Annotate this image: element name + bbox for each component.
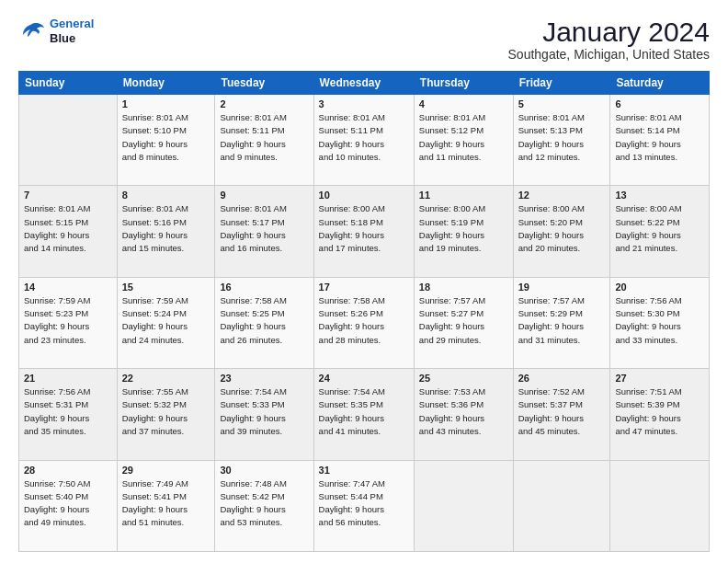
calendar-title: January 2024 [508, 17, 710, 47]
day-info: Sunrise: 8:01 AM Sunset: 5:16 PM Dayligh… [122, 202, 210, 255]
week-row-4: 21Sunrise: 7:56 AM Sunset: 5:31 PM Dayli… [19, 369, 710, 460]
day-info: Sunrise: 7:48 AM Sunset: 5:42 PM Dayligh… [220, 477, 308, 530]
day-info: Sunrise: 7:54 AM Sunset: 5:35 PM Dayligh… [319, 385, 409, 438]
day-number: 4 [419, 98, 508, 109]
day-info: Sunrise: 7:49 AM Sunset: 5:41 PM Dayligh… [122, 477, 210, 530]
day-info: Sunrise: 7:58 AM Sunset: 5:26 PM Dayligh… [319, 294, 409, 347]
calendar-cell: 12Sunrise: 8:00 AM Sunset: 5:20 PM Dayli… [513, 186, 610, 277]
calendar-cell [414, 460, 513, 551]
calendar-cell: 15Sunrise: 7:59 AM Sunset: 5:24 PM Dayli… [117, 277, 215, 368]
calendar-cell: 8Sunrise: 8:01 AM Sunset: 5:16 PM Daylig… [117, 186, 215, 277]
calendar-cell: 5Sunrise: 8:01 AM Sunset: 5:13 PM Daylig… [513, 95, 610, 186]
calendar-subtitle: Southgate, Michigan, United States [508, 47, 710, 62]
calendar-cell: 16Sunrise: 7:58 AM Sunset: 5:25 PM Dayli… [215, 277, 313, 368]
column-header-tuesday: Tuesday [215, 72, 313, 95]
day-number: 17 [319, 282, 409, 293]
day-number: 5 [518, 98, 606, 109]
calendar-cell: 21Sunrise: 7:56 AM Sunset: 5:31 PM Dayli… [19, 369, 118, 460]
header: General Blue January 2024 Southgate, Mic… [18, 17, 710, 62]
calendar-table: SundayMondayTuesdayWednesdayThursdayFrid… [18, 71, 710, 552]
page: General Blue January 2024 Southgate, Mic… [0, 0, 728, 563]
week-row-1: 1Sunrise: 8:01 AM Sunset: 5:10 PM Daylig… [19, 95, 710, 186]
day-info: Sunrise: 7:59 AM Sunset: 5:23 PM Dayligh… [24, 294, 112, 347]
column-header-friday: Friday [513, 72, 610, 95]
calendar-cell [19, 95, 118, 186]
day-info: Sunrise: 7:59 AM Sunset: 5:24 PM Dayligh… [122, 294, 210, 347]
calendar-cell: 11Sunrise: 8:00 AM Sunset: 5:19 PM Dayli… [414, 186, 513, 277]
column-header-saturday: Saturday [610, 72, 710, 95]
day-info: Sunrise: 7:50 AM Sunset: 5:40 PM Dayligh… [24, 477, 112, 530]
day-number: 12 [518, 190, 606, 201]
day-number: 3 [319, 98, 409, 109]
day-number: 21 [24, 373, 112, 384]
week-row-2: 7Sunrise: 8:01 AM Sunset: 5:15 PM Daylig… [19, 186, 710, 277]
logo-line2: Blue [50, 31, 94, 46]
day-info: Sunrise: 8:00 AM Sunset: 5:18 PM Dayligh… [319, 202, 409, 255]
logo: General Blue [18, 17, 94, 45]
day-info: Sunrise: 8:01 AM Sunset: 5:12 PM Dayligh… [419, 111, 508, 164]
day-info: Sunrise: 7:53 AM Sunset: 5:36 PM Dayligh… [419, 385, 508, 438]
calendar-cell: 17Sunrise: 7:58 AM Sunset: 5:26 PM Dayli… [313, 277, 414, 368]
day-number: 23 [220, 373, 308, 384]
day-number: 16 [220, 282, 308, 293]
calendar-cell: 7Sunrise: 8:01 AM Sunset: 5:15 PM Daylig… [19, 186, 118, 277]
day-info: Sunrise: 8:01 AM Sunset: 5:10 PM Dayligh… [122, 111, 210, 164]
day-info: Sunrise: 8:01 AM Sunset: 5:14 PM Dayligh… [615, 111, 704, 164]
day-number: 30 [220, 465, 308, 476]
day-number: 15 [122, 282, 210, 293]
day-info: Sunrise: 7:56 AM Sunset: 5:31 PM Dayligh… [24, 385, 112, 438]
calendar-cell: 9Sunrise: 8:01 AM Sunset: 5:17 PM Daylig… [215, 186, 313, 277]
day-number: 29 [122, 465, 210, 476]
day-number: 26 [518, 373, 606, 384]
logo-text: General Blue [50, 17, 94, 45]
calendar-cell [610, 460, 710, 551]
day-number: 24 [319, 373, 409, 384]
logo-icon [18, 20, 46, 42]
calendar-cell: 2Sunrise: 8:01 AM Sunset: 5:11 PM Daylig… [215, 95, 313, 186]
day-info: Sunrise: 7:51 AM Sunset: 5:39 PM Dayligh… [615, 385, 704, 438]
day-info: Sunrise: 8:01 AM Sunset: 5:11 PM Dayligh… [319, 111, 409, 164]
calendar-cell [513, 460, 610, 551]
day-number: 22 [122, 373, 210, 384]
calendar-cell: 19Sunrise: 7:57 AM Sunset: 5:29 PM Dayli… [513, 277, 610, 368]
calendar-cell: 13Sunrise: 8:00 AM Sunset: 5:22 PM Dayli… [610, 186, 710, 277]
day-number: 7 [24, 190, 112, 201]
day-number: 6 [615, 98, 704, 109]
calendar-cell: 20Sunrise: 7:56 AM Sunset: 5:30 PM Dayli… [610, 277, 710, 368]
day-info: Sunrise: 8:01 AM Sunset: 5:17 PM Dayligh… [220, 202, 308, 255]
day-info: Sunrise: 7:52 AM Sunset: 5:37 PM Dayligh… [518, 385, 606, 438]
calendar-cell: 18Sunrise: 7:57 AM Sunset: 5:27 PM Dayli… [414, 277, 513, 368]
day-info: Sunrise: 7:55 AM Sunset: 5:32 PM Dayligh… [122, 385, 210, 438]
title-block: January 2024 Southgate, Michigan, United… [508, 17, 710, 62]
calendar-cell: 26Sunrise: 7:52 AM Sunset: 5:37 PM Dayli… [513, 369, 610, 460]
day-info: Sunrise: 7:57 AM Sunset: 5:29 PM Dayligh… [518, 294, 606, 347]
day-number: 31 [319, 465, 409, 476]
calendar-cell: 29Sunrise: 7:49 AM Sunset: 5:41 PM Dayli… [117, 460, 215, 551]
calendar-cell: 27Sunrise: 7:51 AM Sunset: 5:39 PM Dayli… [610, 369, 710, 460]
day-info: Sunrise: 8:01 AM Sunset: 5:15 PM Dayligh… [24, 202, 112, 255]
day-info: Sunrise: 7:54 AM Sunset: 5:33 PM Dayligh… [220, 385, 308, 438]
day-info: Sunrise: 8:00 AM Sunset: 5:22 PM Dayligh… [615, 202, 704, 255]
calendar-cell: 6Sunrise: 8:01 AM Sunset: 5:14 PM Daylig… [610, 95, 710, 186]
calendar-cell: 22Sunrise: 7:55 AM Sunset: 5:32 PM Dayli… [117, 369, 215, 460]
calendar-cell: 14Sunrise: 7:59 AM Sunset: 5:23 PM Dayli… [19, 277, 118, 368]
day-number: 13 [615, 190, 704, 201]
calendar-cell: 10Sunrise: 8:00 AM Sunset: 5:18 PM Dayli… [313, 186, 414, 277]
day-info: Sunrise: 8:00 AM Sunset: 5:19 PM Dayligh… [419, 202, 508, 255]
calendar-cell: 28Sunrise: 7:50 AM Sunset: 5:40 PM Dayli… [19, 460, 118, 551]
column-header-wednesday: Wednesday [313, 72, 414, 95]
day-info: Sunrise: 7:58 AM Sunset: 5:25 PM Dayligh… [220, 294, 308, 347]
day-number: 10 [319, 190, 409, 201]
column-header-row: SundayMondayTuesdayWednesdayThursdayFrid… [19, 72, 710, 95]
day-number: 19 [518, 282, 606, 293]
day-number: 1 [122, 98, 210, 109]
day-number: 9 [220, 190, 308, 201]
day-number: 14 [24, 282, 112, 293]
week-row-3: 14Sunrise: 7:59 AM Sunset: 5:23 PM Dayli… [19, 277, 710, 368]
day-number: 11 [419, 190, 508, 201]
calendar-cell: 4Sunrise: 8:01 AM Sunset: 5:12 PM Daylig… [414, 95, 513, 186]
calendar-cell: 25Sunrise: 7:53 AM Sunset: 5:36 PM Dayli… [414, 369, 513, 460]
calendar-cell: 31Sunrise: 7:47 AM Sunset: 5:44 PM Dayli… [313, 460, 414, 551]
day-number: 25 [419, 373, 508, 384]
day-number: 27 [615, 373, 704, 384]
